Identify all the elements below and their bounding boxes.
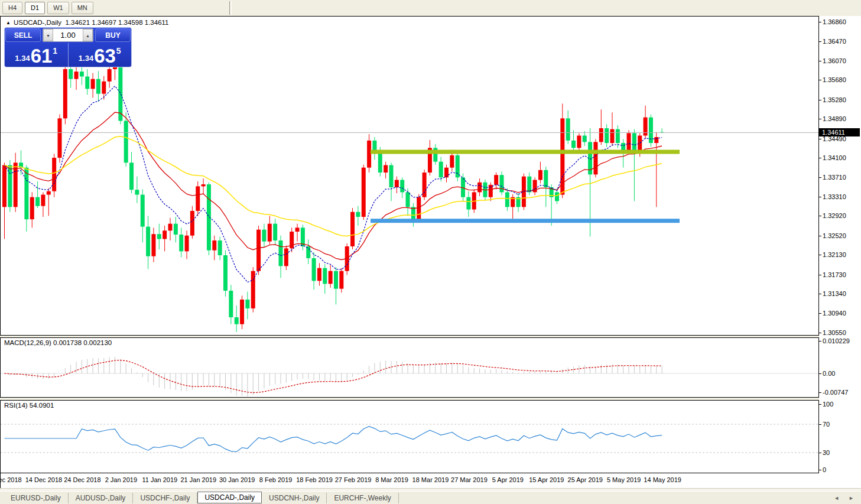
date-axis-label: 8 Feb 2019 xyxy=(259,476,293,483)
axis-tick-label: 100 xyxy=(823,401,833,408)
chart-tab-audusd[interactable]: AUDUSD-,Daily xyxy=(69,493,134,503)
buy-price-main: 1.34 xyxy=(79,54,93,63)
date-axis-label: 14 Dec 2018 xyxy=(25,476,62,483)
sell-price-sup: 1 xyxy=(53,46,57,56)
tab-scroll-left-arrow[interactable]: ◄ xyxy=(834,495,839,501)
axis-tick-label: 1.31730 xyxy=(823,271,846,278)
axis-tick-label: 70 xyxy=(823,421,830,428)
volume-decrease-button[interactable]: ▼ xyxy=(43,29,53,41)
date-axis-label: 5 Dec 2018 xyxy=(0,476,22,483)
one-click-trading-panel: SELL ▼ ▲ BUY 1.34 61 1 1.34 63 5 xyxy=(5,28,131,67)
axis-tick-label: 1.33710 xyxy=(823,174,846,181)
sell-button[interactable]: SELL xyxy=(5,28,41,42)
axis-tick-label: 1.30940 xyxy=(823,310,846,317)
axis-tick-label: 1.35680 xyxy=(823,76,846,83)
macd-indicator-pane[interactable] xyxy=(0,337,819,398)
rsi-label: RSI(14) 54.0901 xyxy=(4,402,54,409)
axis-tick-label: 0 xyxy=(823,466,826,473)
axis-tick-label: 30 xyxy=(823,449,830,456)
chart-tab-eurusd[interactable]: EURUSD-,Daily xyxy=(4,493,69,503)
date-axis-label: 30 Jan 2019 xyxy=(219,476,255,483)
axis-tick-label: 1.32920 xyxy=(823,212,846,219)
timeframe-tab-d1[interactable]: D1 xyxy=(25,2,45,14)
buy-price-display[interactable]: 1.34 63 5 xyxy=(69,43,132,67)
collapse-panel-icon[interactable]: ▲ xyxy=(6,20,11,25)
current-price-tag: 1.34611 xyxy=(819,128,860,136)
chart-title: ▲USDCAD-,Daily 1.34621 1.34697 1.34598 1… xyxy=(6,19,168,26)
chart-ohlc-values: 1.34621 1.34697 1.34598 1.34611 xyxy=(65,19,168,26)
rsi-indicator-pane[interactable] xyxy=(0,400,819,473)
axis-tick-label: 1.36860 xyxy=(823,18,846,25)
date-axis-label: 8 Mar 2019 xyxy=(375,476,408,483)
timeframe-tab-h4[interactable]: H4 xyxy=(2,2,22,14)
date-axis-label: 14 May 2019 xyxy=(644,476,681,483)
axis-tick-label: 0.010229 xyxy=(823,337,850,344)
timeframe-tab-mn[interactable]: MN xyxy=(72,2,93,14)
timeframe-tab-w1[interactable]: W1 xyxy=(47,2,69,14)
buy-price-big: 63 xyxy=(94,47,116,65)
chart-tab-usdchf[interactable]: USDCHF-,Daily xyxy=(133,493,197,503)
chart-tab-eurchf[interactable]: EURCHF-,Weekly xyxy=(327,493,398,503)
axis-tick-label: 1.34890 xyxy=(823,115,846,122)
date-axis-label: 25 Apr 2019 xyxy=(568,476,603,483)
axis-tick-label: 1.31340 xyxy=(823,290,846,297)
chart-tab-usdcnh[interactable]: USDCNH-,Daily xyxy=(262,493,327,503)
date-axis-label: 21 Jan 2019 xyxy=(180,476,216,483)
axis-tick-label: 1.30550 xyxy=(823,329,846,336)
timeframe-toolbar: H4 D1 W1 MN xyxy=(0,0,861,17)
chart-tab-bar: EURUSD-,Daily AUDUSD-,Daily USDCHF-,Dail… xyxy=(0,491,861,504)
date-axis-label: 2 Jan 2019 xyxy=(105,476,137,483)
axis-tick-label: 1.33310 xyxy=(823,193,846,200)
axis-tick-label: 1.32130 xyxy=(823,251,846,258)
axis-tick-label: 1.36470 xyxy=(823,38,846,45)
date-axis-label: 18 Feb 2019 xyxy=(296,476,333,483)
buy-button[interactable]: BUY xyxy=(95,28,131,42)
axis-tick-label: 0.00 xyxy=(823,370,835,377)
volume-spinner: ▼ ▲ xyxy=(43,28,93,42)
date-axis-label: 5 Apr 2019 xyxy=(492,476,524,483)
toolbar-separator xyxy=(229,1,232,15)
time-axis[interactable]: 5 Dec 201814 Dec 201824 Dec 20182 Jan 20… xyxy=(0,473,819,488)
date-axis-label: 27 Mar 2019 xyxy=(451,476,488,483)
date-axis-label: 5 May 2019 xyxy=(607,476,641,483)
buy-price-sup: 5 xyxy=(116,46,121,56)
sell-price-big: 61 xyxy=(31,47,53,65)
volume-input[interactable] xyxy=(53,29,83,41)
tab-scroll-right-arrow[interactable]: ► xyxy=(849,495,854,501)
date-axis-label: 24 Dec 2018 xyxy=(64,476,100,483)
sell-price-display[interactable]: 1.34 61 1 xyxy=(5,43,69,67)
date-axis-label: 11 Jan 2019 xyxy=(142,476,177,483)
date-axis-label: 15 Apr 2019 xyxy=(529,476,564,483)
axis-tick-label: 1.34100 xyxy=(823,154,846,161)
volume-increase-button[interactable]: ▲ xyxy=(83,29,93,41)
sell-price-main: 1.34 xyxy=(15,54,30,63)
price-axis[interactable]: 1.368601.364701.360701.356801.352801.348… xyxy=(819,16,861,488)
axis-tick-label: 1.36070 xyxy=(823,57,846,64)
chart-tab-usdcad[interactable]: USDCAD-,Daily xyxy=(197,492,262,503)
macd-label: MACD(12,26,9) 0.001738 0.002130 xyxy=(4,339,112,346)
date-axis-label: 27 Feb 2019 xyxy=(335,476,372,483)
chart-symbol-label: USDCAD-,Daily xyxy=(14,19,61,26)
date-axis-label: 18 Mar 2019 xyxy=(412,476,449,483)
axis-tick-label: 1.35280 xyxy=(823,96,846,103)
axis-tick-label: -0.00747 xyxy=(823,389,848,396)
axis-tick-label: 1.32520 xyxy=(823,232,846,239)
